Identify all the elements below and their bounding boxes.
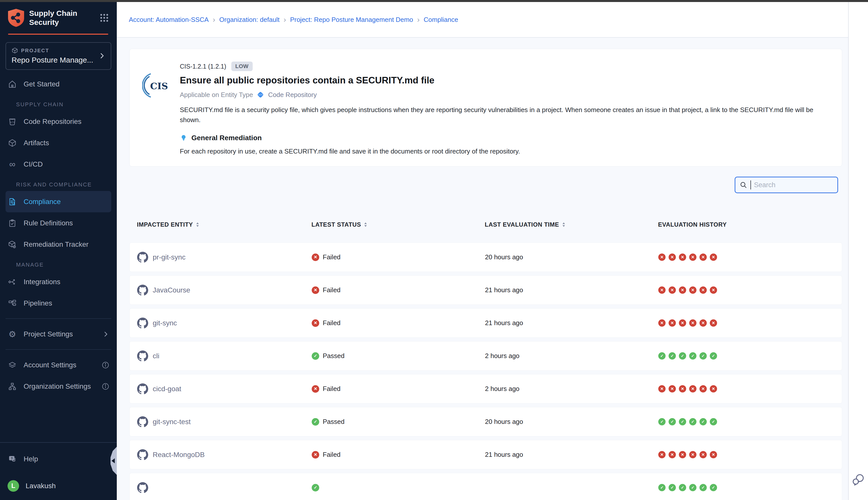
entity-name[interactable]: git-sync	[153, 319, 177, 327]
breadcrumb-separator-icon: ›	[413, 15, 424, 24]
failed-icon: ✕	[699, 286, 707, 294]
status-cell: ✕ Failed	[312, 451, 485, 458]
status-icon: ✓	[312, 418, 319, 425]
breadcrumb-compliance-link[interactable]: Compliance	[424, 16, 458, 24]
sort-icon	[562, 222, 565, 227]
column-header-latest-status[interactable]: LATEST STATUS	[311, 221, 485, 228]
entity-name[interactable]: React-MongoDB	[153, 451, 205, 459]
home-icon	[8, 80, 17, 89]
evaluation-history: ✕✕✕✕✕✕	[658, 451, 842, 458]
code-repository-icon: </>	[8, 117, 17, 126]
entity-name[interactable]: cicd-goat	[153, 385, 181, 393]
github-icon	[137, 384, 148, 395]
sidebar-item-remediation-tracker[interactable]: Remediation Tracker	[0, 234, 117, 255]
breadcrumb-account-link[interactable]: Account: Automation-SSCA	[129, 16, 209, 24]
bulb-icon	[180, 134, 187, 142]
table-row[interactable]: pr-git-sync ✕ Failed 20 hours ago ✕✕✕✕✕✕	[129, 242, 842, 272]
sidebar-item-artifacts[interactable]: Artifacts	[0, 132, 117, 154]
help-chat-icon: ?	[8, 455, 17, 463]
passed-icon: ✓	[679, 418, 686, 425]
chevron-right-icon	[102, 331, 109, 338]
sidebar-item-project-settings[interactable]: ⚙ Project Settings	[0, 323, 117, 345]
rule-title: Ensure all public repositories contain a…	[180, 75, 828, 86]
svg-text:?: ?	[11, 456, 13, 460]
sidebar: Supply Chain Security	[0, 2, 117, 500]
entity-name[interactable]: pr-git-sync	[153, 253, 186, 261]
sidebar-item-integrations[interactable]: Integrations	[0, 271, 117, 293]
sidebar-item-organization-settings[interactable]: Organization Settings	[0, 376, 117, 397]
user-profile[interactable]: L Lavakush	[0, 475, 117, 497]
evaluation-time: 21 hours ago	[485, 319, 658, 327]
sidebar-section-supply-chain: SUPPLY CHAIN	[0, 95, 117, 111]
evaluation-history: ✕✕✕✕✕✕	[658, 286, 842, 294]
rule-detail-card: CIS CIS-1.2.1 (1.2.1) LOW Ensure all pub…	[129, 49, 842, 167]
info-icon[interactable]	[102, 383, 109, 390]
table-row[interactable]: git-sync-test ✓ Passed 20 hours ago ✓✓✓✓…	[129, 407, 842, 436]
table-row[interactable]: JavaCourse ✕ Failed 21 hours ago ✕✕✕✕✕✕	[129, 275, 842, 305]
search-row	[129, 177, 842, 193]
failed-icon: ✕	[669, 253, 676, 261]
sidebar-item-account-settings[interactable]: Account Settings	[0, 354, 117, 376]
column-header-impacted-entity[interactable]: IMPACTED ENTITY	[137, 221, 311, 228]
remediation-box-icon	[8, 240, 17, 249]
failed-icon: ✕	[689, 451, 696, 458]
app-switcher-grid-icon[interactable]	[99, 13, 109, 23]
chat-bubbles-icon[interactable]	[852, 473, 865, 486]
passed-icon: ✓	[679, 484, 686, 491]
github-icon	[137, 252, 148, 263]
info-icon[interactable]	[102, 361, 109, 369]
entity-name[interactable]: git-sync-test	[153, 418, 190, 426]
passed-icon: ✓	[699, 352, 707, 360]
svg-text:</>: </>	[258, 93, 263, 96]
table-row[interactable]: ✓ ✓✓✓✓✓✓	[129, 473, 842, 500]
search-input[interactable]	[754, 181, 827, 189]
table-row[interactable]: React-MongoDB ✕ Failed 21 hours ago ✕✕✕✕…	[129, 440, 842, 469]
breadcrumb-organization-link[interactable]: Organization: default	[219, 16, 279, 24]
sidebar-item-help[interactable]: ? Help	[0, 448, 117, 469]
github-icon	[137, 482, 148, 493]
sidebar-item-pipelines[interactable]: Pipelines	[0, 293, 117, 314]
evaluation-history: ✕✕✕✕✕✕	[658, 253, 842, 261]
entity-cell: cicd-goat	[137, 384, 312, 395]
failed-icon: ✕	[669, 451, 676, 458]
sidebar-item-compliance[interactable]: Compliance	[5, 191, 111, 212]
failed-icon: ✕	[689, 253, 696, 261]
sidebar-item-code-repositories[interactable]: </> Code Repositories	[0, 111, 117, 132]
artifacts-cube-icon	[8, 139, 17, 147]
status-cell: ✕ Failed	[312, 385, 485, 393]
passed-icon: ✓	[658, 418, 666, 425]
sidebar-item-cicd[interactable]: ∞ CI/CD	[0, 154, 117, 175]
failed-icon: ✕	[710, 286, 717, 294]
integrations-icon	[8, 277, 17, 286]
passed-icon: ✓	[689, 484, 696, 491]
evaluation-history: ✕✕✕✕✕✕	[658, 385, 842, 393]
failed-icon: ✕	[710, 319, 717, 327]
entity-name[interactable]: JavaCourse	[153, 286, 190, 294]
table-row[interactable]: cli ✓ Passed 2 hours ago ✓✓✓✓✓✓	[129, 341, 842, 371]
rule-description: SECURITY.md file is a security policy fi…	[180, 105, 828, 125]
status-label: Failed	[323, 451, 340, 458]
sidebar-item-get-started[interactable]: Get Started	[0, 73, 117, 95]
status-cell: ✕ Failed	[312, 253, 485, 261]
column-header-last-evaluation-time[interactable]: LAST EVALUATION TIME	[485, 221, 658, 228]
failed-icon: ✕	[658, 253, 666, 261]
status-label: Failed	[323, 286, 340, 294]
sidebar-item-rule-definitions[interactable]: Rule Definitions	[0, 212, 117, 234]
evaluation-history: ✓✓✓✓✓✓	[658, 418, 842, 425]
project-selector[interactable]: PROJECT Repo Posture Manage...	[5, 42, 111, 70]
entity-type[interactable]: Code Repository	[268, 91, 317, 99]
entity-cell: git-sync	[137, 318, 312, 329]
failed-icon: ✕	[679, 451, 686, 458]
table-row[interactable]: cicd-goat ✕ Failed 2 hours ago ✕✕✕✕✕✕	[129, 374, 842, 404]
sidebar-item-label: Project Settings	[24, 330, 73, 338]
status-icon: ✕	[312, 253, 319, 261]
table-body: pr-git-sync ✕ Failed 20 hours ago ✕✕✕✕✕✕…	[129, 242, 842, 500]
github-icon	[137, 285, 148, 296]
entity-cell: git-sync-test	[137, 416, 312, 428]
status-cell: ✓ Passed	[312, 352, 485, 360]
table-row[interactable]: git-sync ✕ Failed 21 hours ago ✕✕✕✕✕✕	[129, 308, 842, 338]
layers-gear-icon	[8, 361, 17, 370]
passed-icon: ✓	[658, 484, 666, 491]
breadcrumb-project-link[interactable]: Project: Repo Posture Management Demo	[290, 16, 413, 24]
entity-name[interactable]: cli	[153, 352, 159, 360]
